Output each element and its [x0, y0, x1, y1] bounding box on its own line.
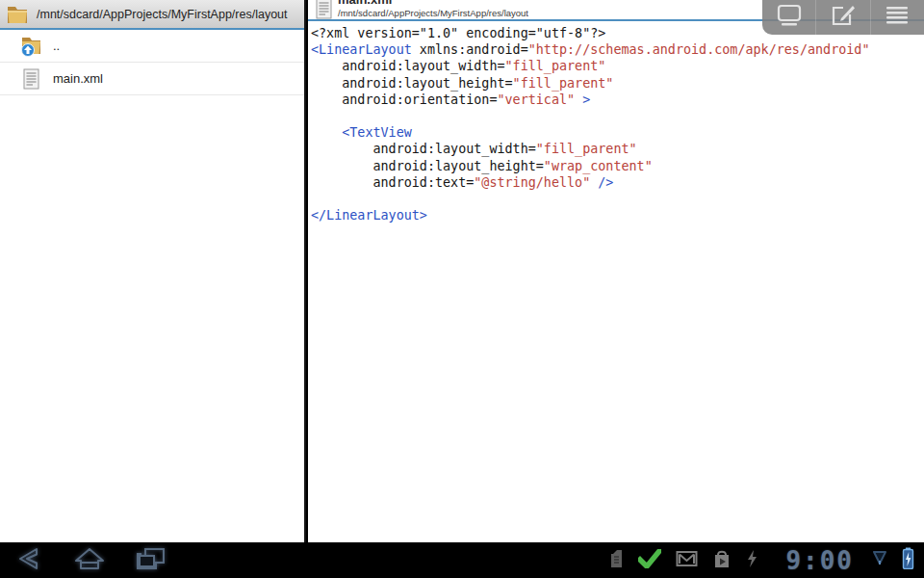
back-button[interactable] [12, 547, 46, 574]
display-button[interactable] [762, 0, 815, 35]
code-line[interactable] [311, 108, 924, 124]
display-icon [775, 3, 804, 32]
xml-file-icon [19, 67, 42, 91]
clock[interactable]: 9:00 [785, 546, 854, 575]
open-file-icon [312, 0, 335, 20]
editor-file-title: main.xml [338, 0, 392, 7]
code-line[interactable]: android:layout_width="fill_parent" [311, 141, 924, 157]
file-list: .. main.xml [0, 30, 304, 95]
code-line[interactable]: <TextView [311, 124, 924, 141]
list-item-parent-dir[interactable]: .. [0, 30, 304, 63]
edit-button[interactable] [815, 0, 869, 35]
code-line[interactable]: <LinearLayout xmlns:android="http://sche… [311, 41, 924, 58]
back-icon [13, 546, 45, 575]
editor-panel: main.xml /mnt/sdcard/AppProjects/MyFirst… [308, 0, 924, 542]
recents-button[interactable] [133, 547, 167, 574]
folder-icon [6, 3, 29, 26]
code-line[interactable]: </LinearLayout> [311, 207, 924, 223]
list-item-main-xml[interactable]: main.xml [0, 63, 304, 95]
code-line[interactable] [311, 191, 924, 207]
home-button[interactable] [72, 547, 107, 574]
list-item-label: .. [53, 39, 60, 53]
editor-toolbar [762, 0, 924, 35]
menu-button[interactable] [870, 0, 924, 35]
gmail-icon [676, 550, 698, 571]
list-item-label: main.xml [53, 71, 103, 86]
code-line[interactable]: android:text="@string/hello" /> [311, 174, 924, 191]
charging-icon [746, 549, 757, 572]
battery-icon[interactable] [902, 547, 914, 573]
file-browser-header: /mnt/sdcard/AppProjects/MyFirstApp/res/l… [0, 0, 304, 30]
system-bar: 9:00 [0, 542, 924, 578]
code-line[interactable]: android:layout_height="fill_parent" [311, 75, 924, 92]
status-cluster: 9:00 [609, 546, 924, 575]
folder-up-icon [19, 35, 42, 58]
sdcard-icon [609, 549, 624, 572]
code-line[interactable]: android:layout_width="fill_parent" [311, 58, 924, 74]
check-icon [638, 549, 661, 572]
code-line[interactable]: android:layout_height="wrap_content" [311, 158, 924, 174]
market-icon [712, 549, 732, 572]
file-browser-panel: /mnt/sdcard/AppProjects/MyFirstApp/res/l… [0, 0, 306, 542]
recents-icon [134, 546, 167, 575]
current-path: /mnt/sdcard/AppProjects/MyFirstApp/res/l… [37, 8, 288, 21]
home-icon [73, 546, 106, 575]
app-screen: /mnt/sdcard/AppProjects/MyFirstApp/res/l… [0, 0, 924, 578]
menu-icon [886, 5, 909, 30]
nav-cluster [0, 547, 167, 574]
code-area[interactable]: <?xml version="1.0" encoding="utf-8"?><L… [308, 21, 924, 223]
editor-file-path: /mnt/sdcard/AppProjects/MyFirstApp/res/l… [338, 8, 528, 18]
code-line[interactable]: android:orientation="vertical" > [311, 92, 924, 108]
signal-icon [872, 550, 887, 570]
edit-icon [831, 3, 856, 32]
